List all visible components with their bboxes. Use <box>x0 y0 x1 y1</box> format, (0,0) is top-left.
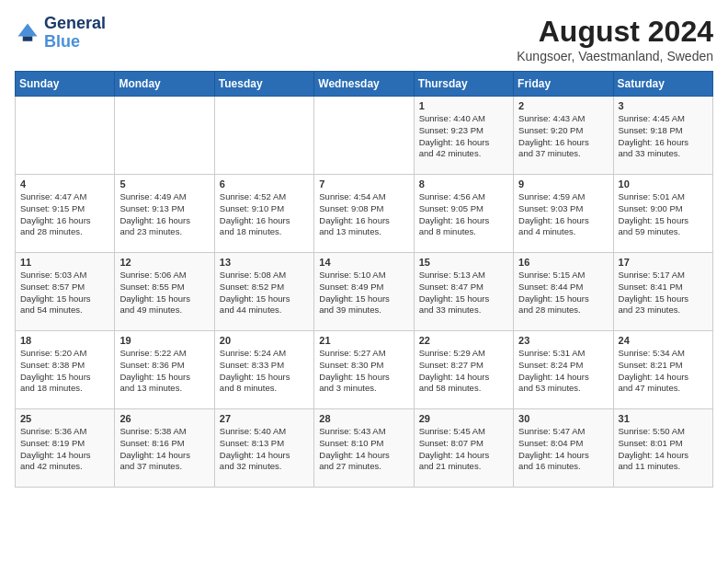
day-header-tuesday: Tuesday <box>214 72 313 97</box>
logo: General Blue <box>15 15 106 52</box>
day-number: 2 <box>518 100 608 111</box>
day-number: 10 <box>619 178 708 190</box>
day-number: 7 <box>319 178 408 190</box>
calendar-cell: 23Sunrise: 5:31 AM Sunset: 8:24 PM Dayli… <box>514 331 613 409</box>
calendar-cell: 16Sunrise: 5:15 AM Sunset: 8:44 PM Dayli… <box>514 253 613 331</box>
calendar-cell: 14Sunrise: 5:10 AM Sunset: 8:49 PM Dayli… <box>314 253 414 331</box>
day-info: Sunrise: 5:29 AM Sunset: 8:27 PM Dayligh… <box>419 348 508 395</box>
day-info: Sunrise: 5:40 AM Sunset: 8:13 PM Dayligh… <box>220 426 309 473</box>
day-number: 28 <box>319 413 408 424</box>
day-header-monday: Monday <box>115 72 214 97</box>
days-header-row: SundayMondayTuesdayWednesdayThursdayFrid… <box>16 72 713 97</box>
day-info: Sunrise: 5:15 AM Sunset: 8:44 PM Dayligh… <box>518 270 608 316</box>
calendar-cell: 6Sunrise: 4:52 AM Sunset: 9:10 PM Daylig… <box>214 175 313 253</box>
calendar-cell: 22Sunrise: 5:29 AM Sunset: 8:27 PM Dayli… <box>414 331 513 409</box>
calendar-cell: 1Sunrise: 4:40 AM Sunset: 9:23 PM Daylig… <box>414 97 513 175</box>
day-info: Sunrise: 5:47 AM Sunset: 8:04 PM Dayligh… <box>518 426 608 473</box>
day-number: 20 <box>220 335 309 346</box>
day-number: 12 <box>119 257 209 268</box>
day-number: 22 <box>419 335 508 346</box>
calendar-title: August 2024 <box>517 15 713 49</box>
day-info: Sunrise: 4:40 AM Sunset: 9:23 PM Dayligh… <box>419 113 508 160</box>
title-block: August 2024 Kungsoer, Vaestmanland, Swed… <box>517 15 713 63</box>
calendar-cell: 29Sunrise: 5:45 AM Sunset: 8:07 PM Dayli… <box>414 409 513 488</box>
calendar-cell: 3Sunrise: 4:45 AM Sunset: 9:18 PM Daylig… <box>613 97 712 175</box>
day-info: Sunrise: 5:03 AM Sunset: 8:57 PM Dayligh… <box>20 270 109 316</box>
day-info: Sunrise: 5:43 AM Sunset: 8:10 PM Dayligh… <box>319 426 408 473</box>
day-info: Sunrise: 4:52 AM Sunset: 9:10 PM Dayligh… <box>220 191 309 238</box>
day-number: 16 <box>518 257 608 268</box>
day-number: 3 <box>619 100 708 111</box>
day-number: 13 <box>220 257 309 268</box>
day-info: Sunrise: 5:38 AM Sunset: 8:16 PM Dayligh… <box>119 426 209 473</box>
logo-icon <box>15 20 40 46</box>
day-info: Sunrise: 4:49 AM Sunset: 9:13 PM Dayligh… <box>119 191 209 238</box>
day-header-friday: Friday <box>514 72 613 97</box>
calendar-week-2: 4Sunrise: 4:47 AM Sunset: 9:15 PM Daylig… <box>16 175 713 253</box>
calendar-cell: 5Sunrise: 4:49 AM Sunset: 9:13 PM Daylig… <box>115 175 214 253</box>
calendar-week-1: 1Sunrise: 4:40 AM Sunset: 9:23 PM Daylig… <box>16 97 713 175</box>
day-info: Sunrise: 4:45 AM Sunset: 9:18 PM Dayligh… <box>619 113 708 160</box>
logo-line2: Blue <box>44 33 106 52</box>
calendar-cell: 27Sunrise: 5:40 AM Sunset: 8:13 PM Dayli… <box>214 409 313 488</box>
day-info: Sunrise: 5:10 AM Sunset: 8:49 PM Dayligh… <box>319 270 408 316</box>
day-number: 30 <box>518 413 608 424</box>
day-number: 31 <box>619 413 708 424</box>
day-number: 11 <box>20 257 109 268</box>
calendar-subtitle: Kungsoer, Vaestmanland, Sweden <box>517 49 713 63</box>
calendar-cell: 13Sunrise: 5:08 AM Sunset: 8:52 PM Dayli… <box>214 253 313 331</box>
calendar-week-5: 25Sunrise: 5:36 AM Sunset: 8:19 PM Dayli… <box>16 409 713 488</box>
day-number: 25 <box>20 413 109 424</box>
calendar-cell: 18Sunrise: 5:20 AM Sunset: 8:38 PM Dayli… <box>16 331 115 409</box>
day-info: Sunrise: 5:50 AM Sunset: 8:01 PM Dayligh… <box>619 426 708 473</box>
day-info: Sunrise: 4:47 AM Sunset: 9:15 PM Dayligh… <box>20 191 109 238</box>
calendar-cell: 4Sunrise: 4:47 AM Sunset: 9:15 PM Daylig… <box>16 175 115 253</box>
day-info: Sunrise: 5:22 AM Sunset: 8:36 PM Dayligh… <box>119 348 209 395</box>
calendar-table: SundayMondayTuesdayWednesdayThursdayFrid… <box>15 71 713 488</box>
logo-text: General Blue <box>44 15 106 52</box>
day-header-thursday: Thursday <box>414 72 513 97</box>
day-info: Sunrise: 5:31 AM Sunset: 8:24 PM Dayligh… <box>518 348 608 395</box>
calendar-cell: 12Sunrise: 5:06 AM Sunset: 8:55 PM Dayli… <box>115 253 214 331</box>
day-header-sunday: Sunday <box>16 72 115 97</box>
day-number: 14 <box>319 257 408 268</box>
day-number: 9 <box>518 178 608 190</box>
day-number: 6 <box>220 178 309 190</box>
day-number: 4 <box>20 178 109 190</box>
calendar-cell: 25Sunrise: 5:36 AM Sunset: 8:19 PM Dayli… <box>16 409 115 488</box>
calendar-cell <box>115 97 214 175</box>
day-info: Sunrise: 4:43 AM Sunset: 9:20 PM Dayligh… <box>518 113 608 160</box>
day-number: 5 <box>119 178 209 190</box>
calendar-cell: 19Sunrise: 5:22 AM Sunset: 8:36 PM Dayli… <box>115 331 214 409</box>
day-header-saturday: Saturday <box>613 72 712 97</box>
day-number: 15 <box>419 257 508 268</box>
day-info: Sunrise: 5:17 AM Sunset: 8:41 PM Dayligh… <box>619 270 708 316</box>
day-info: Sunrise: 5:45 AM Sunset: 8:07 PM Dayligh… <box>419 426 508 473</box>
day-number: 21 <box>319 335 408 346</box>
calendar-cell: 28Sunrise: 5:43 AM Sunset: 8:10 PM Dayli… <box>314 409 414 488</box>
calendar-cell: 2Sunrise: 4:43 AM Sunset: 9:20 PM Daylig… <box>514 97 613 175</box>
day-info: Sunrise: 5:34 AM Sunset: 8:21 PM Dayligh… <box>619 348 708 395</box>
calendar-body: 1Sunrise: 4:40 AM Sunset: 9:23 PM Daylig… <box>16 97 713 488</box>
day-number: 29 <box>419 413 508 424</box>
svg-marker-0 <box>18 23 38 36</box>
calendar-cell: 9Sunrise: 4:59 AM Sunset: 9:03 PM Daylig… <box>514 175 613 253</box>
day-number: 1 <box>419 100 508 111</box>
day-info: Sunrise: 5:20 AM Sunset: 8:38 PM Dayligh… <box>20 348 109 395</box>
day-number: 24 <box>619 335 708 346</box>
calendar-header: SundayMondayTuesdayWednesdayThursdayFrid… <box>16 72 713 97</box>
calendar-cell: 7Sunrise: 4:54 AM Sunset: 9:08 PM Daylig… <box>314 175 414 253</box>
calendar-cell <box>214 97 313 175</box>
day-info: Sunrise: 5:01 AM Sunset: 9:00 PM Dayligh… <box>619 191 708 238</box>
calendar-cell: 26Sunrise: 5:38 AM Sunset: 8:16 PM Dayli… <box>115 409 214 488</box>
calendar-cell: 24Sunrise: 5:34 AM Sunset: 8:21 PM Dayli… <box>613 331 712 409</box>
day-info: Sunrise: 5:06 AM Sunset: 8:55 PM Dayligh… <box>119 270 209 316</box>
day-number: 8 <box>419 178 508 190</box>
calendar-cell: 31Sunrise: 5:50 AM Sunset: 8:01 PM Dayli… <box>613 409 712 488</box>
day-number: 19 <box>119 335 209 346</box>
calendar-week-3: 11Sunrise: 5:03 AM Sunset: 8:57 PM Dayli… <box>16 253 713 331</box>
day-header-wednesday: Wednesday <box>314 72 414 97</box>
day-info: Sunrise: 5:27 AM Sunset: 8:30 PM Dayligh… <box>319 348 408 395</box>
day-info: Sunrise: 5:08 AM Sunset: 8:52 PM Dayligh… <box>220 270 309 316</box>
calendar-cell: 17Sunrise: 5:17 AM Sunset: 8:41 PM Dayli… <box>613 253 712 331</box>
